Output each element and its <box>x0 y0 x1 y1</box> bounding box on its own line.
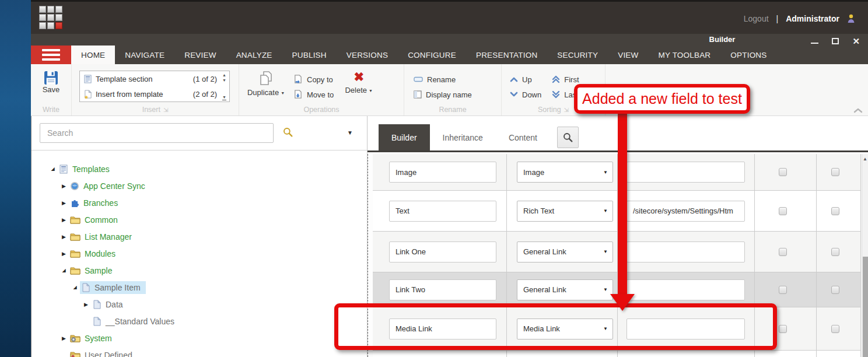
table-scrollbar[interactable]: ▲ <box>862 154 868 357</box>
collapsed-chevron-icon[interactable]: ▶ <box>81 302 91 307</box>
tree-item-app-center-sync[interactable]: ▶ App Center Sync <box>32 177 367 194</box>
scrollbar-thumb[interactable] <box>863 257 868 357</box>
copy-to-button[interactable]: Copy to <box>293 72 334 87</box>
group-label-operations: Operations <box>239 106 404 114</box>
selected-tree-item[interactable]: Sample Item <box>80 281 146 294</box>
search-icon[interactable] <box>283 127 293 137</box>
field-source-input[interactable] <box>626 162 745 183</box>
display-name-button[interactable]: Display name <box>414 87 501 102</box>
builder-search-button[interactable] <box>557 127 579 148</box>
scroll-up-icon[interactable]: ▲ <box>222 72 226 78</box>
field-name-input[interactable] <box>389 242 496 262</box>
minimize-icon[interactable] <box>811 43 818 44</box>
field-type-select[interactable]: General Link▼ <box>517 242 613 262</box>
content-tree-panel: ▼ ◢ Templates ▶ App Center Sync ▶ Branch… <box>31 116 368 357</box>
annotation-callout: Added a new field to test <box>574 84 750 114</box>
tree-item-sample-item[interactable]: ◢ Sample Item <box>32 279 367 296</box>
expanded-chevron-icon[interactable]: ◢ <box>70 285 80 290</box>
search-input[interactable] <box>40 123 274 143</box>
field-checkbox-b[interactable] <box>831 325 839 333</box>
tree-item-branches[interactable]: ▶ Branches <box>32 194 367 211</box>
close-icon[interactable]: ✕ <box>852 37 860 46</box>
tab-home[interactable]: HOME <box>71 46 115 64</box>
current-user-label[interactable]: Administrator <box>786 14 839 23</box>
tab-configure[interactable]: CONFIGURE <box>398 46 466 64</box>
field-row-image: Image▼ <box>373 154 860 191</box>
tab-presentation[interactable]: PRESENTATION <box>466 46 547 64</box>
field-checkbox-a[interactable] <box>779 325 787 333</box>
field-name-input[interactable] <box>389 162 496 183</box>
sort-down-button[interactable]: Down <box>510 87 541 102</box>
tab-analyze[interactable]: ANALYZE <box>226 46 282 64</box>
field-checkbox-b[interactable] <box>831 286 839 294</box>
column-divider <box>754 154 755 357</box>
collapsed-chevron-icon[interactable]: ▶ <box>59 251 69 257</box>
maximize-icon[interactable] <box>832 38 839 44</box>
logout-link[interactable]: Logout <box>744 14 769 23</box>
field-checkbox-b[interactable] <box>831 168 839 176</box>
scroll-down-icon[interactable]: ▼ <box>222 78 226 83</box>
expanded-chevron-icon[interactable]: ◢ <box>48 166 58 172</box>
field-type-select[interactable]: Image▼ <box>517 162 613 183</box>
tab-builder[interactable]: Builder <box>379 124 430 150</box>
field-checkbox-a[interactable] <box>779 168 787 176</box>
collapsed-chevron-icon[interactable]: ▶ <box>59 234 69 240</box>
collapsed-chevron-icon[interactable]: ▶ <box>59 183 69 189</box>
tab-options[interactable]: OPTIONS <box>720 46 776 64</box>
rename-button[interactable]: Rename <box>414 72 501 87</box>
insert-option-template-section[interactable]: Template section (1 of 2) <box>80 71 219 86</box>
tab-navigate[interactable]: NAVIGATE <box>115 46 174 64</box>
tree-item-modules[interactable]: ▶ Modules <box>32 245 367 262</box>
collapsed-chevron-icon[interactable]: ▶ <box>59 217 69 223</box>
field-name-input[interactable] <box>389 201 496 222</box>
collapse-ribbon-icon[interactable] <box>853 108 863 113</box>
collapsed-chevron-icon[interactable]: ▶ <box>59 200 69 206</box>
tab-publish[interactable]: PUBLISH <box>282 46 337 64</box>
search-options-caret-icon[interactable]: ▼ <box>347 130 353 136</box>
tab-content[interactable]: Content <box>496 124 550 150</box>
field-name-input[interactable] <box>389 318 496 340</box>
hamburger-menu-button[interactable] <box>31 46 71 64</box>
sort-up-button[interactable]: Up <box>510 72 541 87</box>
field-type-select[interactable]: Rich Text▼ <box>517 201 613 222</box>
tab-security[interactable]: SECURITY <box>547 46 608 64</box>
expanded-chevron-icon[interactable]: ◢ <box>59 268 69 273</box>
tree-item-data[interactable]: ▶ Data <box>32 296 367 313</box>
field-checkbox-a[interactable] <box>779 248 787 256</box>
collapsed-chevron-icon[interactable]: ▶ <box>59 335 69 341</box>
tree-item-sample[interactable]: ◢ Sample <box>32 262 367 279</box>
field-checkbox-b[interactable] <box>831 248 839 256</box>
field-source-input[interactable] <box>626 242 745 262</box>
field-source-input[interactable] <box>626 279 745 300</box>
dialog-launcher-icon[interactable]: ⇲ <box>163 107 168 113</box>
tree-item-system[interactable]: ▶ System <box>32 330 367 346</box>
field-type-select[interactable]: Media Link▼ <box>517 318 613 340</box>
move-to-icon <box>293 90 303 100</box>
save-button[interactable]: Save <box>31 71 71 94</box>
tab-review[interactable]: REVIEW <box>174 46 226 64</box>
move-to-button[interactable]: Move to <box>293 87 334 102</box>
field-checkbox-b[interactable] <box>831 207 839 215</box>
field-type-select[interactable]: General Link▼ <box>517 279 613 300</box>
insert-option-from-template[interactable]: Insert from template (2 of 2) <box>80 86 219 102</box>
tab-inheritance[interactable]: Inheritance <box>430 124 496 150</box>
tree-item-templates[interactable]: ◢ Templates <box>32 160 367 177</box>
dialog-launcher-icon[interactable]: ⇲ <box>564 107 569 113</box>
field-name-input[interactable] <box>389 279 496 300</box>
tab-view[interactable]: VIEW <box>608 46 648 64</box>
app-center-icon <box>70 181 79 191</box>
field-checkbox-a[interactable] <box>779 286 787 294</box>
tree-item-standard-values[interactable]: __Standard Values <box>32 313 367 330</box>
scrollbar-up-icon[interactable]: ▲ <box>862 154 868 164</box>
group-rename: Rename Display name Rename <box>404 64 502 116</box>
field-source-input[interactable] <box>626 201 745 222</box>
tab-my-toolbar[interactable]: MY TOOLBAR <box>649 46 721 64</box>
tree-item-user-defined[interactable]: User Defined <box>32 346 367 357</box>
tree-item-list-manager[interactable]: ▶ List Manager <box>32 228 367 245</box>
field-source-input[interactable] <box>626 318 745 340</box>
tab-versions[interactable]: VERSIONS <box>337 46 398 64</box>
tree-item-common[interactable]: ▶ Common <box>32 211 367 228</box>
sort-first-button[interactable]: First <box>552 72 579 87</box>
scroll-end-icon[interactable]: ▼ <box>222 94 226 100</box>
field-checkbox-a[interactable] <box>779 207 787 215</box>
